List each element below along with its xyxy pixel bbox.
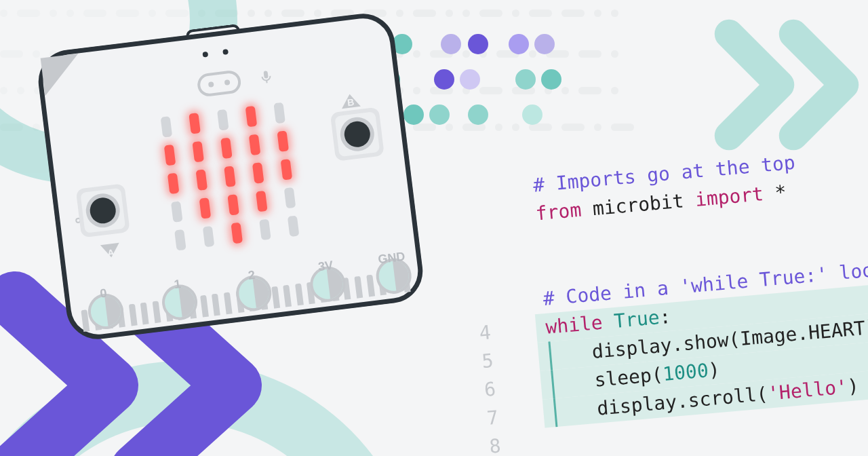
button-a[interactable] [76,183,130,238]
antenna-corner [41,54,83,96]
microbit-board: A B 0 1 2 3V GND [35,10,427,343]
pin-label: 1 [174,277,182,292]
microphone-icon [260,70,273,88]
pin-label: 0 [99,286,108,301]
button-b-flag: B [340,93,361,109]
pin-label: 3V [317,259,334,275]
button-a-flag: A [100,243,121,259]
pin-label: 2 [248,268,256,283]
code-block: 4 5 6 7 8 9 # Imports go at the top from… [523,140,868,428]
button-b[interactable] [330,107,384,162]
line-numbers: 4 5 6 7 8 9 [478,318,505,456]
svg-rect-1 [263,71,268,79]
led-matrix [157,102,303,254]
